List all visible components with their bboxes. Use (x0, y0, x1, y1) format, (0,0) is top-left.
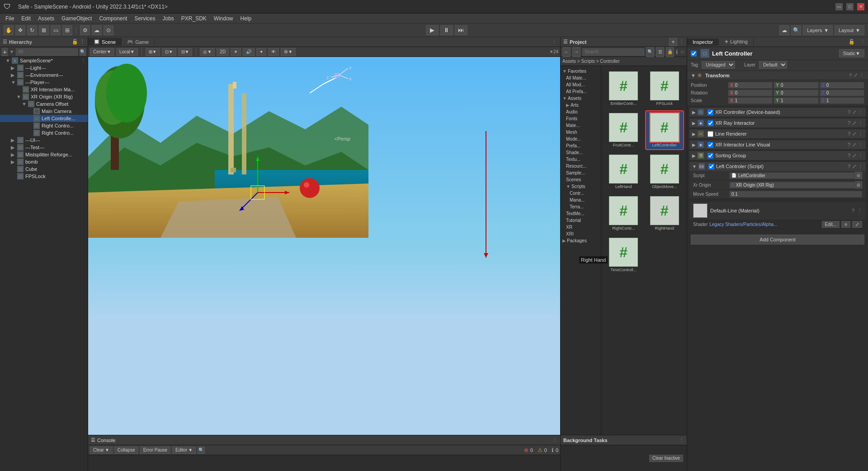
comp-menu-icon[interactable]: ⋮ (858, 164, 863, 170)
folder-terrain[interactable]: Terra... (561, 203, 601, 210)
clear-inactive-btn[interactable]: Clear Inactive (649, 455, 683, 462)
gizmos-btn[interactable]: ⚙▼ (281, 48, 296, 56)
folder-samples[interactable]: Sample... (561, 170, 601, 176)
add-component-button[interactable]: Add Component (691, 235, 864, 245)
console-search-btn[interactable]: 🔍 (198, 447, 205, 454)
asset-timecontroller[interactable]: TimeControll... (605, 236, 642, 274)
error-pause-button[interactable]: Error Pause (140, 447, 170, 454)
tree-player[interactable]: ▼ □ ---Player--- (0, 79, 88, 86)
tool-rotate[interactable]: ↻ (27, 25, 37, 35)
hierarchy-search-btn[interactable]: 🔍 (80, 48, 86, 56)
position-y-field[interactable]: Y 0 (774, 82, 818, 89)
collapse-button[interactable]: Collapse (114, 447, 138, 454)
asset-emitter[interactable]: EmitterContr... (605, 70, 642, 108)
scale-y-field[interactable]: Y 1 (774, 97, 818, 104)
menu-component[interactable]: Component (95, 14, 131, 23)
folder-audio[interactable]: Audio (561, 108, 601, 115)
menu-file[interactable]: File (2, 14, 18, 23)
local-dropdown[interactable]: Local▼ (116, 48, 138, 56)
tab-lighting[interactable]: ☀ Lighting (719, 38, 754, 46)
rotation-x-field[interactable]: X 0 (728, 89, 773, 96)
scene-tab[interactable]: 🔲 Scene (88, 38, 122, 46)
transform-help-icon[interactable]: ? (849, 73, 852, 78)
hierarchy-search[interactable] (16, 48, 78, 56)
folder-xr[interactable]: XR (561, 224, 601, 231)
folder-allmaterials[interactable]: All Mate... (561, 75, 601, 81)
position-x-field[interactable]: X 0 (728, 82, 773, 89)
game-tab[interactable]: 🎮 Game (122, 38, 155, 46)
tool-extra2[interactable]: ☁ (92, 25, 102, 35)
comp-enabled-checkbox[interactable] (708, 142, 713, 148)
comp-menu-icon[interactable]: ⋮ (858, 131, 863, 137)
shader-list-btn[interactable]: ≡ (841, 221, 850, 228)
folder-tutorial[interactable]: Tutorial (561, 217, 601, 224)
tree-fpslock[interactable]: □ FPSLock (0, 173, 88, 180)
asset-lefthand[interactable]: LeftHand (605, 153, 642, 191)
comp-line-renderer-header[interactable]: ▶ ─ Line Renderer ? ⤢ ⋮ (689, 129, 866, 138)
tool-rect[interactable]: ▭ (51, 25, 61, 35)
comp-enabled-checkbox[interactable] (708, 109, 713, 115)
comp-menu-icon[interactable]: ⋮ (858, 153, 863, 159)
material-menu-icon[interactable]: ⋮ (857, 208, 862, 214)
static-dropdown[interactable]: Static▼ (839, 49, 864, 57)
shading-btn[interactable]: ◎▼ (200, 48, 215, 56)
tool-scale[interactable]: ⊠ (39, 25, 49, 35)
project-forward-btn[interactable]: → (572, 47, 580, 57)
tree-light[interactable]: ▶ □ ---Light--- (0, 64, 88, 71)
tree-menu-icon[interactable]: ⋮ (81, 58, 86, 64)
tool-hand[interactable]: ✋ (4, 25, 14, 35)
folder-textures[interactable]: Textu... (561, 156, 601, 163)
center-dropdown[interactable]: Center▼ (90, 48, 114, 56)
tree-mistsplitter[interactable]: ▶ □ Mistsplitter Reforge... (0, 151, 88, 158)
script-field-value[interactable]: 📄 LeftController (729, 172, 855, 179)
asset-objectmove[interactable]: ObjectMove... (646, 153, 684, 191)
hierarchy-menu-icon[interactable]: ⋮ (80, 39, 85, 45)
folder-textmesh[interactable]: TextMe... (561, 210, 601, 217)
comp-xr-line-visual-header[interactable]: ▶ ◈ XR Interactor Line Visual ? ⤢ ⋮ (689, 140, 866, 149)
tree-samplescene[interactable]: ▼ S SampleScene* ⋮ (0, 57, 88, 64)
transform-expand-icon[interactable]: ⤢ (854, 72, 858, 78)
light-btn[interactable]: ☀ (231, 48, 241, 56)
tag-dropdown[interactable]: Untagged (702, 61, 735, 69)
comp-enabled-checkbox[interactable] (708, 120, 713, 126)
project-lock-btn[interactable]: 🔒 (666, 47, 674, 57)
folder-assets[interactable]: ▼Assets (561, 95, 601, 102)
folder-prefabs[interactable]: Prefa... (561, 142, 601, 149)
comp-help-icon[interactable]: ? (848, 131, 850, 137)
console-options-icon[interactable]: ⋮ (552, 437, 557, 443)
transform-section-header[interactable]: ▼ ⊕ Transform ? ⤢ ⋮ (687, 71, 868, 80)
layout-dropdown[interactable]: Layout▼ (835, 25, 864, 35)
tree-xr-interaction[interactable]: □ XR Interaction Ma... (0, 86, 88, 93)
bg-tasks-options-icon[interactable]: ⋮ (679, 437, 684, 443)
minimize-button[interactable]: — (835, 3, 843, 10)
menu-assets[interactable]: Assets (34, 14, 58, 23)
comp-menu-icon[interactable]: ⋮ (858, 109, 863, 115)
editor-dropdown[interactable]: Editor ▼ (172, 447, 196, 454)
menu-gameobject[interactable]: GameObject (58, 14, 95, 23)
folder-allmodels[interactable]: All Mod... (561, 81, 601, 88)
close-button[interactable]: ✕ (857, 3, 864, 10)
tree-xr-origin[interactable]: ▼ □ XR Origin (XR Rig) (0, 93, 88, 100)
folder-allprefabs[interactable]: All Prefa... (561, 88, 601, 95)
comp-enabled-checkbox[interactable] (708, 153, 713, 159)
maximize-button[interactable]: □ (846, 3, 854, 10)
folder-packages[interactable]: ▶Packages (561, 237, 601, 244)
tool-transform[interactable]: ⊞ (62, 25, 72, 35)
folder-models[interactable]: Mode... (561, 136, 601, 142)
project-filter-btn[interactable]: ☰ (656, 47, 664, 57)
asset-fruitcontroller[interactable]: FruitContr... (605, 111, 642, 149)
comp-help-icon[interactable]: ? (848, 142, 850, 148)
rotation-y-field[interactable]: Y 0 (774, 89, 818, 96)
transform-menu-icon[interactable]: ⋮ (859, 72, 864, 78)
menu-pxrsdk[interactable]: PXR_SDK (178, 14, 210, 23)
comp-sorting-group-header[interactable]: ▶ ☰ Sorting Group ? ⤢ ⋮ (689, 151, 866, 160)
project-back-btn[interactable]: ← (562, 47, 571, 57)
material-help-icon[interactable]: ? (852, 208, 854, 213)
folder-fonts[interactable]: Fonts (561, 115, 601, 122)
xr-origin-link-btn[interactable]: ◎ (855, 181, 862, 188)
folder-shaders[interactable]: Shade... (561, 149, 601, 156)
step-button[interactable]: ⏭ (455, 25, 467, 35)
menu-window[interactable]: Window (210, 14, 237, 23)
comp-xr-controller-header[interactable]: ▶ □ XR Controller (Device-based) ? ⤢ ⋮ (689, 108, 866, 117)
comp-expand2-icon[interactable]: ⤢ (852, 164, 856, 170)
